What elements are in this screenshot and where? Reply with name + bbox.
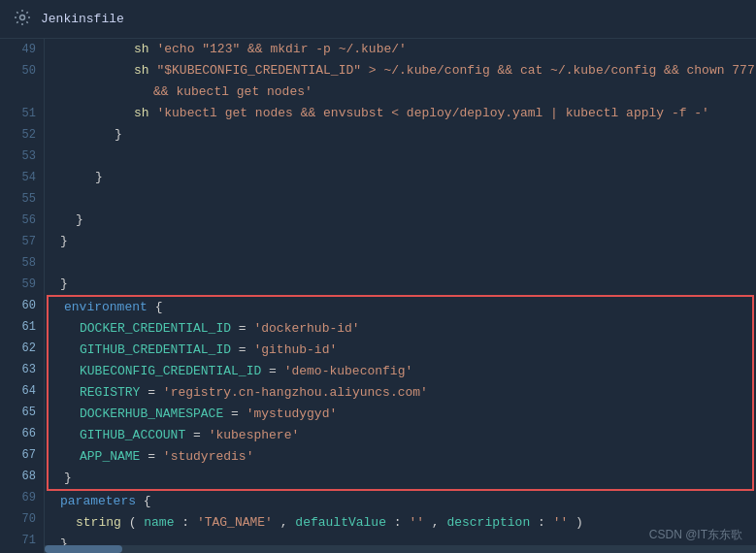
code-line-52: } [45,124,756,146]
code-line-50b: && kubectl get nodes' [45,81,756,103]
gear-icon [14,9,31,30]
titlebar: Jenkinsfile [0,0,756,39]
line-num-52: 52 [0,124,44,146]
code-line-69: parameters { [45,491,756,512]
code-line-56: } [45,210,756,231]
line-num-58: 58 [0,252,44,274]
code-line-54: } [45,167,756,188]
code-content: sh 'echo "123" && mkdir -p ~/.kube/' sh … [45,39,756,553]
line-num-54: 54 [0,167,44,188]
line-num-65: 65 [0,402,44,423]
code-line-53 [45,146,756,167]
line-num-70: 70 [0,508,44,530]
line-num-69: 69 [0,487,44,508]
line-num-67: 67 [0,444,44,466]
line-num-53: 53 [0,146,44,167]
line-num-71: 71 [0,530,44,551]
line-num-60: 60 [0,295,44,316]
code-line-51: sh 'kubectl get nodes && envsubst < depl… [45,103,756,124]
line-num-62: 62 [0,338,44,359]
watermark: CSDN @IT东东歌 [649,527,742,543]
line-num-55: 55 [0,188,44,210]
line-num-51: 51 [0,103,44,124]
code-line-57: } [45,231,756,252]
line-num-64: 64 [0,380,44,402]
line-num-50b [0,81,44,103]
line-numbers: 49 50 51 52 53 54 55 56 57 58 59 60 61 6… [0,39,45,553]
code-line-64: REGISTRY = 'registry.cn-hangzhou.aliyunc… [49,382,752,404]
code-line-63: KUBECONFIG_CREDENTIAL_ID = 'demo-kubecon… [49,361,752,382]
code-line-61: DOCKER_CREDENTIAL_ID = 'dockerhub-id' [49,318,752,340]
code-line-50: sh "$KUBECONFIG_CREDENTIAL_ID" > ~/.kube… [45,60,756,81]
line-num-66: 66 [0,423,44,444]
line-num-49: 49 [0,39,44,60]
code-line-49: sh 'echo "123" && mkdir -p ~/.kube/' [45,39,756,60]
code-area: 49 50 51 52 53 54 55 56 57 58 59 60 61 6… [0,39,756,553]
scroll-indicator[interactable] [45,545,756,553]
scroll-thumb[interactable] [45,545,122,553]
line-num-56: 56 [0,210,44,231]
line-num-57: 57 [0,231,44,252]
titlebar-title: Jenkinsfile [41,12,124,26]
code-line-66: GITHUB_ACCOUNT = 'kubesphere' [49,425,752,446]
line-num-61: 61 [0,316,44,338]
line-num-68: 68 [0,466,44,487]
code-line-58 [45,252,756,274]
code-line-55 [45,188,756,210]
code-line-65: DOCKERHUB_NAMESPACE = 'mystudygyd' [49,404,752,425]
svg-point-0 [20,15,25,19]
code-line-68: } [49,468,752,489]
line-num-50a: 50 [0,60,44,81]
code-line-67: APP_NAME = 'studyredis' [49,446,752,468]
code-line-60: environment { [49,297,752,318]
line-num-59: 59 [0,274,44,295]
code-line-59: } [45,274,756,295]
line-num-63: 63 [0,359,44,380]
code-line-62: GITHUB_CREDENTIAL_ID = 'github-id' [49,340,752,361]
